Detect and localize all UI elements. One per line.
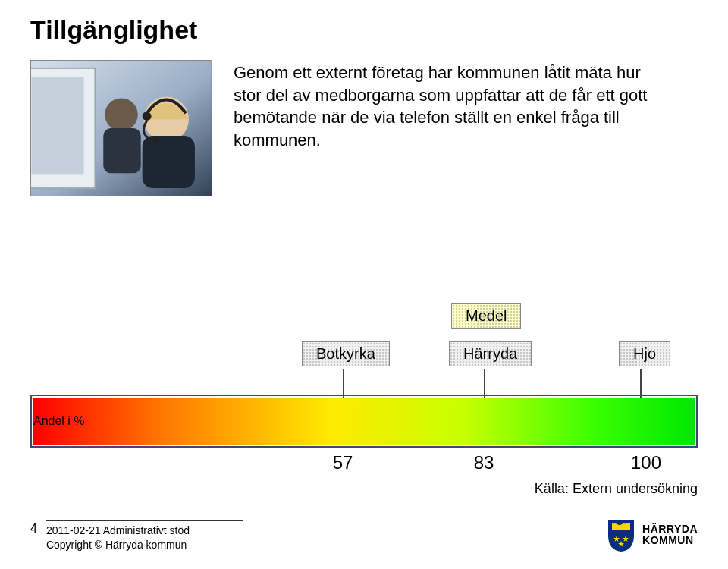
chart: Medel Botkyrka Härryda Hjo Andel i % 57 … (30, 296, 698, 473)
gradient-fill (33, 398, 695, 445)
footer-meta: 2011-02-21 Administrativt stöd Copyright… (46, 520, 243, 552)
footer: 4 2011-02-21 Administrativt stöd Copyrig… (30, 517, 698, 552)
svg-point-3 (105, 98, 138, 131)
svg-point-7 (143, 112, 152, 121)
value-100: 100 (631, 452, 661, 473)
label-hjo: Hjo (619, 341, 670, 366)
footer-left: 4 2011-02-21 Administrativt stöd Copyrig… (30, 520, 243, 552)
logo-line1: HÄRRYDA (642, 523, 698, 535)
photo-callcenter (30, 60, 212, 196)
footer-line2: Copyright © Härryda kommun (46, 538, 243, 552)
svg-rect-6 (143, 136, 195, 188)
label-medel: Medel (451, 303, 521, 329)
shield-icon (606, 517, 636, 552)
content-row: Genom ett externt företag har kommunen l… (30, 60, 698, 196)
logo-text: HÄRRYDA KOMMUN (642, 523, 698, 545)
value-83: 83 (474, 452, 494, 473)
callcenter-image-icon (31, 61, 212, 196)
source-text: Källa: Extern undersökning (535, 481, 698, 497)
logo: HÄRRYDA KOMMUN (606, 517, 698, 552)
page-number: 4 (30, 520, 37, 536)
value-row: 57 83 100 (30, 448, 698, 473)
chart-labels: Medel Botkyrka Härryda Hjo (30, 296, 698, 395)
axis-label: Andel i % (30, 414, 85, 428)
gradient-bar: Andel i % (30, 395, 698, 448)
page-title: Tillgänglighet (30, 15, 698, 45)
slide: Tillgänglighet (0, 0, 728, 569)
label-harryda: Härryda (449, 341, 532, 366)
svg-point-8 (153, 137, 159, 143)
svg-rect-4 (103, 128, 140, 173)
logo-line2: KOMMUN (642, 535, 698, 546)
label-botkyrka: Botkyrka (302, 341, 390, 366)
svg-rect-2 (31, 77, 83, 175)
footer-line1: 2011-02-21 Administrativt stöd (46, 523, 243, 538)
value-57: 57 (333, 452, 353, 473)
description-text: Genom ett externt företag har kommunen l… (234, 60, 658, 196)
